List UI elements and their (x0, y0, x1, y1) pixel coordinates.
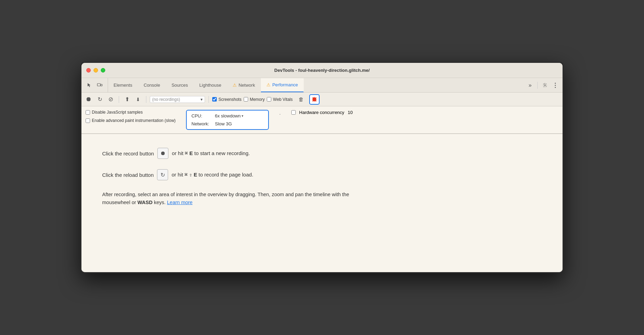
minimize-button[interactable] (94, 68, 98, 73)
record-instruction-text: Click the record button (102, 151, 154, 156)
performance-warning-icon: ⚠ (266, 82, 271, 87)
reload-shortcut-text: or hit ⌘ ⇧ E to record the page load. (172, 172, 253, 178)
download-button[interactable]: ⬇ (134, 95, 143, 104)
divider (537, 82, 538, 89)
close-button[interactable] (86, 68, 91, 73)
record-button[interactable]: ⏺ (84, 95, 93, 104)
svg-point-2 (555, 83, 556, 84)
devtools-panel: DevTools - foul-heavenly-direction.glitc… (81, 63, 563, 272)
settings-right-col: Hardware concurrency 10 (291, 110, 353, 115)
tab-lighthouse[interactable]: Lighthouse (194, 78, 227, 92)
description-text: After recording, select an area of inter… (102, 191, 364, 207)
enable-paint-label[interactable]: Enable advanced paint instrumentation (s… (86, 118, 176, 123)
description-part2: keys. (153, 200, 167, 205)
cpu-select[interactable]: 6x slowdown ▾ (215, 113, 243, 118)
recording-selector[interactable]: (no recordings) ▾ (150, 96, 205, 103)
web-vitals-checkbox-label[interactable]: Web Vitals (267, 97, 293, 102)
web-vitals-checkbox[interactable] (267, 97, 271, 102)
maximize-button[interactable] (101, 68, 105, 73)
network-value: Slow 3G (215, 121, 232, 126)
disable-js-samples-checkbox[interactable] (86, 110, 90, 115)
capture-settings-panel: Disable JavaScript samples Enable advanc… (81, 106, 563, 134)
hardware-concurrency-label: Hardware concurrency (299, 110, 344, 115)
learn-more-link[interactable]: Learn more (167, 200, 193, 205)
reload-instruction-line: Click the reload button ↻ or hit ⌘ ⇧ E t… (102, 169, 542, 180)
record-instruction-line: Click the record button ⏺ or hit ⌘ E to … (102, 148, 542, 159)
window-title: DevTools - foul-heavenly-direction.glitc… (274, 68, 370, 73)
svg-rect-0 (97, 84, 100, 86)
recording-placeholder: (no recordings) (152, 97, 199, 102)
reload-instruction-text: Click the reload button (102, 172, 154, 178)
tabs-list: Elements Console Sources Lighthouse ⚠ Ne… (108, 78, 523, 92)
network-label: Network: (192, 121, 212, 126)
more-options-icon[interactable] (551, 81, 560, 90)
tab-performance[interactable]: ⚠ Performance (261, 78, 304, 92)
tab-sources[interactable]: Sources (166, 78, 194, 92)
hardware-concurrency-value: 10 (348, 110, 353, 115)
recording-dropdown-arrow: ▾ (201, 97, 203, 102)
network-row: Network: Slow 3G (192, 121, 263, 126)
cpu-dropdown-arrow: ▾ (242, 114, 243, 118)
disable-js-samples-label[interactable]: Disable JavaScript samples (86, 110, 176, 115)
cpu-row: CPU: 6x slowdown ▾ (192, 113, 263, 118)
traffic-lights (86, 68, 105, 73)
tab-elements[interactable]: Elements (108, 78, 138, 92)
reload-inline-button: ↻ (157, 169, 168, 180)
tab-console[interactable]: Console (138, 78, 166, 92)
svg-point-4 (555, 87, 556, 88)
devtools-window: DevTools - foul-heavenly-direction.glitc… (80, 62, 564, 273)
more-tabs-button[interactable]: » (526, 81, 535, 90)
svg-point-3 (555, 85, 556, 86)
hardware-concurrency-checkbox[interactable] (291, 110, 296, 115)
reload-record-button[interactable]: ↻ (95, 95, 104, 104)
upload-button[interactable]: ⬆ (123, 95, 131, 104)
hardware-concurrency-row: Hardware concurrency 10 (291, 110, 353, 115)
delete-recordings-button[interactable]: 🗑 (297, 95, 306, 104)
tab-bar-left-icons (81, 78, 108, 92)
memory-checkbox-label[interactable]: Memory (244, 97, 265, 102)
inspect-icon[interactable] (85, 81, 94, 90)
record-inline-button: ⏺ (157, 148, 168, 159)
cpu-value: 6x slowdown (215, 113, 241, 118)
wasd-label: WASD (137, 200, 153, 205)
cpu-label: CPU: (192, 113, 212, 118)
settings-left-col: Disable JavaScript samples Enable advanc… (86, 110, 176, 123)
settings-gear-icon[interactable] (540, 81, 549, 90)
divider-2 (146, 96, 146, 103)
divider-1 (119, 96, 119, 103)
screenshots-checkbox-label[interactable]: Screenshots (212, 97, 242, 102)
memory-checkbox[interactable] (244, 97, 248, 102)
device-toggle-icon[interactable] (95, 81, 104, 90)
hardware-concurrency-dot: · (279, 111, 281, 118)
clear-button[interactable]: ⊘ (106, 95, 115, 104)
tab-bar: Elements Console Sources Lighthouse ⚠ Ne… (81, 78, 563, 93)
svg-rect-1 (101, 84, 102, 86)
title-bar: DevTools - foul-heavenly-direction.glitc… (81, 63, 563, 78)
main-content: Click the record button ⏺ or hit ⌘ E to … (81, 134, 563, 272)
performance-toolbar: ⏺ ↻ ⊘ ⬆ ⬇ (no recordings) ▾ Screenshots … (81, 93, 563, 106)
tab-network[interactable]: ⚠ Network (227, 78, 261, 92)
screenshots-checkbox[interactable] (212, 97, 217, 102)
record-shortcut-text: or hit ⌘ E to start a new recording. (172, 150, 250, 156)
capture-settings-button[interactable] (309, 94, 320, 105)
network-warning-icon: ⚠ (233, 83, 237, 88)
tab-bar-right: » (523, 78, 563, 92)
enable-paint-checkbox[interactable] (86, 118, 90, 123)
divider-3 (208, 96, 209, 103)
cpu-network-settings: CPU: 6x slowdown ▾ Network: Slow 3G (186, 110, 269, 130)
